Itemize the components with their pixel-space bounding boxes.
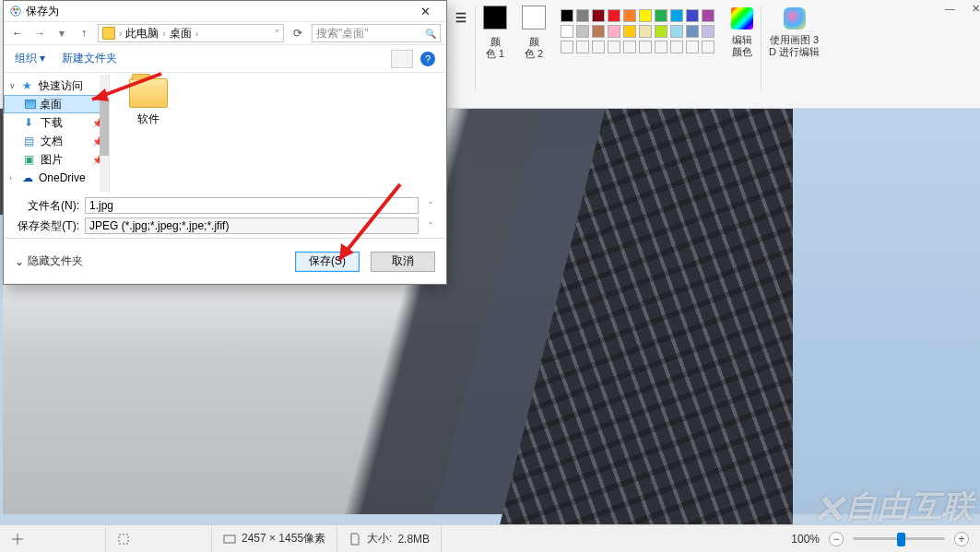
color-swatch[interactable]: [608, 9, 620, 22]
file-item-folder[interactable]: 软件: [115, 78, 182, 127]
tree-label: OneDrive: [39, 171, 86, 184]
zoom-slider[interactable]: [853, 537, 945, 540]
nav-tree: ∨ ★ 快速访问 桌面 ⬇ 下载 📌 ▤ 文档 📌: [4, 73, 110, 194]
chevron-down-icon: ⌄: [15, 255, 24, 268]
nav-forward-button[interactable]: →: [31, 25, 48, 41]
color-swatch[interactable]: [686, 25, 699, 38]
dialog-close-button[interactable]: ✕: [409, 1, 441, 21]
close-icon[interactable]: ✕: [972, 3, 980, 15]
color-1-swatch: [483, 6, 507, 29]
color-swatch[interactable]: [655, 9, 667, 22]
search-placeholder: 搜索"桌面": [316, 26, 369, 41]
edit-colors-button[interactable]: 编辑 颜色: [724, 0, 761, 108]
file-list[interactable]: 软件: [110, 73, 446, 194]
color-1-selector[interactable]: 颜 色 1: [476, 0, 514, 108]
color-swatch[interactable]: [655, 41, 667, 53]
color-2-selector[interactable]: 颜 色 2: [514, 0, 553, 108]
crumb-sep-icon: ›: [119, 29, 122, 39]
edit-colors-label: 编辑 颜色: [732, 34, 752, 58]
cursor-pos-icon: [11, 533, 24, 546]
color-swatch[interactable]: [561, 41, 573, 53]
color-swatch[interactable]: [608, 41, 620, 53]
save-button[interactable]: 保存(S): [295, 252, 360, 272]
app-window-controls: — ✕: [939, 0, 980, 17]
tree-desktop[interactable]: 桌面: [4, 95, 109, 113]
filetype-dropdown-icon[interactable]: ˅: [424, 221, 437, 230]
color-swatch[interactable]: [623, 25, 636, 38]
color-swatch[interactable]: [576, 41, 589, 53]
onedrive-icon: ☁: [22, 171, 35, 184]
color-swatch[interactable]: [686, 41, 699, 53]
color-swatch[interactable]: [702, 41, 714, 53]
color-swatch[interactable]: [592, 25, 605, 38]
nav-up-button[interactable]: ↑: [76, 25, 92, 41]
zoom-in-button[interactable]: +: [954, 532, 969, 546]
color-swatch[interactable]: [686, 9, 699, 22]
zoom-thumb[interactable]: [897, 533, 905, 546]
color-swatch[interactable]: [639, 25, 652, 38]
color-swatch[interactable]: [702, 9, 714, 22]
color-swatch[interactable]: [561, 9, 573, 22]
color-swatch[interactable]: [670, 25, 683, 38]
hide-folders-toggle[interactable]: ⌄ 隐藏文件夹: [15, 253, 83, 269]
canvas-empty-area: [793, 109, 980, 514]
crumb-dropdown-icon[interactable]: ˅: [275, 29, 279, 39]
dialog-toolbar: 组织 ▾ 新建文件夹 ?: [4, 45, 446, 73]
filename-input[interactable]: [85, 197, 419, 214]
color-swatch[interactable]: [670, 9, 683, 22]
svg-point-3: [13, 8, 16, 11]
nav-recent-button[interactable]: ▾: [53, 25, 70, 41]
color-swatch[interactable]: [561, 25, 573, 38]
save-as-dialog: 保存为 ✕ ← → ▾ ↑ › 此电脑 › 桌面 › ˅ ⟳ 搜索"桌面" 🔍: [3, 0, 447, 285]
color-swatch[interactable]: [608, 25, 620, 38]
ribbon-lines-btn[interactable]: [447, 0, 475, 108]
breadcrumb[interactable]: › 此电脑 › 桌面 › ˅: [98, 24, 284, 42]
color-swatch[interactable]: [576, 25, 589, 38]
organize-menu[interactable]: 组织 ▾: [15, 51, 45, 66]
search-input[interactable]: 搜索"桌面" 🔍: [312, 24, 441, 42]
star-icon: ★: [22, 79, 35, 92]
selection-icon: [117, 533, 130, 546]
color-swatch[interactable]: [639, 41, 652, 53]
cancel-button[interactable]: 取消: [371, 252, 435, 272]
tree-quick-access[interactable]: ∨ ★ 快速访问: [4, 76, 109, 95]
size-label: 大小:: [367, 531, 392, 546]
zoom-percent: 100%: [791, 533, 820, 546]
view-mode-button[interactable]: [391, 50, 413, 68]
zoom-out-button[interactable]: −: [829, 532, 844, 546]
filetype-select[interactable]: [85, 217, 419, 234]
paint-3d-button[interactable]: 使用画图 3 D 进行编辑: [762, 0, 827, 108]
filename-dropdown-icon[interactable]: ˅: [424, 201, 437, 210]
color-swatch[interactable]: [592, 9, 605, 22]
color-swatch[interactable]: [702, 25, 714, 38]
scrollbar-thumb[interactable]: [100, 100, 109, 156]
color-swatch[interactable]: [576, 9, 589, 22]
tree-onedrive[interactable]: › ☁ OneDrive: [4, 169, 109, 187]
nav-back-button[interactable]: ←: [9, 25, 26, 41]
new-folder-button[interactable]: 新建文件夹: [62, 51, 117, 66]
pc-icon: [102, 27, 115, 40]
dimensions-text: 2457 × 1455像素: [242, 531, 325, 546]
svg-point-5: [15, 11, 18, 14]
color-swatch[interactable]: [592, 41, 605, 53]
dialog-footer: ⌄ 隐藏文件夹 保存(S) 取消: [4, 238, 446, 284]
color-swatch[interactable]: [639, 9, 652, 22]
desktop-icon: [25, 100, 36, 109]
tree-pictures[interactable]: ▣ 图片 📌: [4, 150, 109, 169]
svg-rect-0: [119, 534, 128, 544]
tree-scrollbar[interactable]: [100, 75, 109, 192]
tree-documents[interactable]: ▤ 文档 📌: [4, 132, 109, 150]
color-swatch[interactable]: [623, 9, 636, 22]
color-swatch[interactable]: [670, 41, 683, 53]
dialog-titlebar[interactable]: 保存为 ✕: [4, 1, 446, 21]
crumb-pc[interactable]: 此电脑: [125, 26, 159, 41]
color-swatch[interactable]: [655, 25, 667, 38]
caret-icon: ∨: [9, 81, 18, 90]
crumb-desktop[interactable]: 桌面: [170, 26, 192, 41]
tree-downloads[interactable]: ⬇ 下载 📌: [4, 113, 109, 132]
refresh-button[interactable]: ⟳: [289, 27, 306, 40]
help-icon[interactable]: ?: [420, 52, 435, 66]
color-grid[interactable]: [561, 9, 716, 55]
minimize-icon[interactable]: —: [945, 3, 955, 14]
color-swatch[interactable]: [623, 41, 636, 53]
